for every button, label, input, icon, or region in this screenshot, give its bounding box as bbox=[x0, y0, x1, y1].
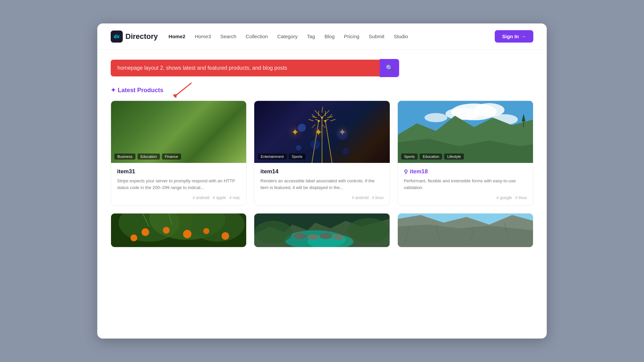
svg-point-49 bbox=[203, 228, 209, 234]
svg-line-6 bbox=[309, 119, 314, 121]
card-image-bottom-middle bbox=[254, 214, 389, 247]
card-body-item18: ⚲ item18 Performant, flexible and extens… bbox=[398, 163, 533, 205]
svg-point-46 bbox=[142, 228, 149, 236]
svg-point-19 bbox=[324, 120, 326, 122]
card-image-bottom-right bbox=[398, 214, 533, 247]
card-tags-item31: Business Education Finance bbox=[114, 154, 181, 160]
svg-point-27 bbox=[296, 145, 301, 150]
svg-point-26 bbox=[337, 129, 347, 140]
cards-grid: Business Education Finance item31 Stripe… bbox=[111, 101, 533, 247]
nav-blog[interactable]: Blog bbox=[324, 34, 334, 39]
hashtag-google: google bbox=[496, 195, 512, 200]
tag-entertainment: Entertainment bbox=[258, 154, 286, 160]
card-desc-item18: Performant, flexible and extensible form… bbox=[404, 178, 527, 191]
hashtag-android2: android bbox=[352, 195, 369, 200]
tag-lifestyle: Lifestyle bbox=[444, 154, 464, 160]
svg-point-35 bbox=[424, 113, 447, 122]
card-item18: Sports Education Lifestyle ⚲ item18 Perf… bbox=[397, 101, 533, 206]
header: dir Directory Home2 Home3 Search Collect… bbox=[97, 23, 547, 50]
card-desc-item14: Renders an accessible label associated w… bbox=[260, 178, 383, 191]
logo-icon: dir bbox=[111, 31, 123, 43]
nav-home2[interactable]: Home2 bbox=[169, 34, 185, 39]
card-body-item31: item31 Stripe expects your server to pro… bbox=[111, 163, 246, 205]
card-title-item14: item14 bbox=[260, 168, 383, 175]
svg-line-17 bbox=[315, 110, 319, 114]
svg-point-60 bbox=[254, 221, 292, 244]
svg-point-25 bbox=[298, 124, 306, 132]
svg-point-48 bbox=[183, 230, 192, 238]
svg-point-29 bbox=[311, 140, 320, 149]
browser-window: dir Directory Home2 Home3 Search Collect… bbox=[97, 23, 547, 339]
card-tags-item18: Sports Education Lifestyle bbox=[401, 154, 464, 160]
hashtag-mac: mac bbox=[229, 195, 240, 200]
nav-submit[interactable]: Submit bbox=[369, 34, 384, 39]
card-tags-item14: Entertainment Sports bbox=[258, 154, 305, 160]
latest-header: ✦ Latest Products bbox=[111, 86, 533, 94]
card-image-item31: Business Education Finance bbox=[111, 101, 246, 163]
hashtag-apple: apple bbox=[213, 195, 226, 200]
svg-line-23 bbox=[319, 114, 322, 118]
svg-line-11 bbox=[312, 124, 315, 128]
card-bottom-left bbox=[111, 213, 247, 247]
arrow-annotation bbox=[171, 80, 198, 100]
featured-icon: ⚲ bbox=[404, 169, 408, 175]
svg-point-58 bbox=[320, 233, 333, 239]
card-bottom-middle bbox=[254, 213, 390, 247]
nav-studio[interactable]: Studio bbox=[394, 34, 408, 39]
search-input-wrapper bbox=[111, 60, 380, 76]
hashtag-linux1: linux bbox=[372, 195, 384, 200]
card-desc-item31: Stripe expects your server to promptly r… bbox=[117, 178, 240, 191]
latest-title: ✦ Latest Products bbox=[111, 86, 163, 94]
svg-point-61 bbox=[348, 218, 390, 243]
card-hashtags-item31: android apple mac bbox=[117, 195, 240, 200]
card-item31: Business Education Finance item31 Stripe… bbox=[111, 101, 247, 206]
svg-point-57 bbox=[308, 234, 319, 240]
nav-search[interactable]: Search bbox=[220, 34, 236, 39]
tag-sports1: Sports bbox=[289, 154, 306, 160]
svg-line-21 bbox=[330, 119, 335, 121]
search-icon: 🔍 bbox=[386, 64, 393, 72]
card-hashtags-item18: google linux bbox=[404, 195, 527, 200]
svg-point-28 bbox=[342, 148, 349, 155]
card-body-item14: item14 Renders an accessible label assoc… bbox=[254, 163, 389, 205]
tag-education: Education bbox=[138, 154, 160, 160]
svg-point-47 bbox=[163, 227, 170, 234]
svg-line-12 bbox=[322, 124, 325, 128]
nav-home3[interactable]: Home3 bbox=[195, 34, 211, 39]
card-bottom-right bbox=[397, 213, 533, 247]
svg-point-59 bbox=[333, 234, 343, 240]
tag-sports2: Sports bbox=[401, 154, 418, 160]
arrow-right-icon: → bbox=[521, 34, 526, 39]
hashtag-android1: android bbox=[193, 195, 209, 200]
nav-tag[interactable]: Tag bbox=[307, 34, 315, 39]
nav-collection[interactable]: Collection bbox=[246, 34, 268, 39]
hashtag-linux2: linux bbox=[515, 195, 527, 200]
card-item14: Entertainment Sports item14 Renders an a… bbox=[254, 101, 390, 206]
svg-point-56 bbox=[293, 233, 307, 239]
sign-in-button[interactable]: Sign In → bbox=[495, 30, 533, 43]
tag-education2: Education bbox=[420, 154, 442, 160]
search-button[interactable]: 🔍 bbox=[380, 59, 399, 77]
main-nav: Home2 Home3 Search Collection Category T… bbox=[169, 34, 484, 39]
svg-point-51 bbox=[221, 232, 229, 240]
tag-finance: Finance bbox=[162, 154, 181, 160]
svg-line-4 bbox=[325, 121, 332, 163]
nav-pricing[interactable]: Pricing bbox=[344, 34, 359, 39]
nav-category[interactable]: Category bbox=[277, 34, 298, 39]
search-input[interactable] bbox=[111, 60, 380, 76]
sparkle-icon: ✦ bbox=[111, 86, 116, 94]
latest-section: ✦ Latest Products Business Education Fin… bbox=[97, 84, 547, 254]
card-image-bottom-left bbox=[111, 214, 246, 247]
card-title-item18: ⚲ item18 bbox=[404, 168, 527, 175]
search-bar-container: 🔍 bbox=[111, 59, 399, 77]
tag-business: Business bbox=[114, 154, 136, 160]
svg-point-50 bbox=[130, 234, 137, 241]
svg-line-16 bbox=[322, 107, 323, 113]
svg-point-33 bbox=[445, 108, 480, 120]
logo-text: Directory bbox=[125, 32, 158, 41]
logo[interactable]: dir Directory bbox=[111, 31, 158, 43]
svg-line-18 bbox=[325, 110, 329, 114]
svg-marker-1 bbox=[173, 94, 177, 98]
card-image-item14: Entertainment Sports bbox=[254, 101, 389, 163]
card-hashtags-item14: android linux bbox=[260, 195, 383, 200]
